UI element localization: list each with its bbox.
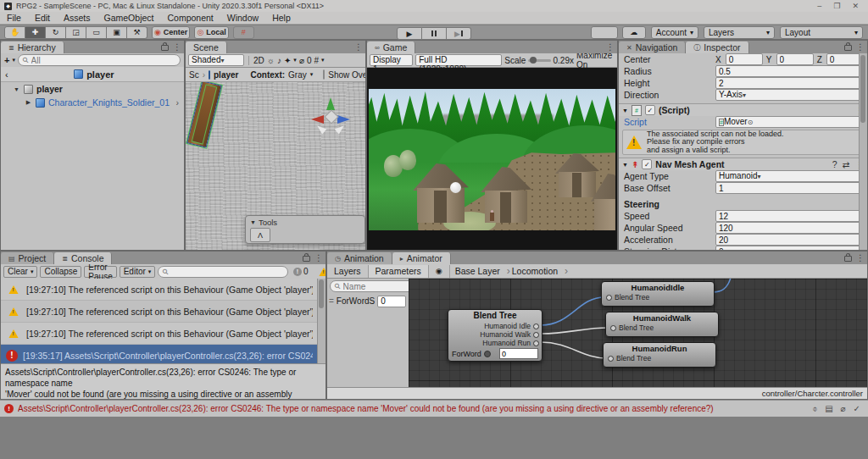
output-port[interactable]	[533, 340, 539, 346]
lock-icon[interactable]	[844, 256, 852, 262]
parameter-row[interactable]: = ForWordS	[327, 294, 409, 308]
center-x-field[interactable]	[726, 53, 763, 65]
scrollbar-thumb[interactable]	[860, 55, 865, 123]
kebab-menu-icon[interactable]: ⋮	[314, 253, 323, 263]
preset-icon[interactable]: ⇄	[843, 159, 850, 169]
tab-console[interactable]: ≣Console	[54, 252, 112, 264]
gizmo-z-axis[interactable]	[337, 115, 350, 124]
maximize-on-play-toggle[interactable]: Maximize On	[576, 51, 615, 69]
shading-mode-dropdown[interactable]: Shaded▾	[188, 54, 244, 66]
center-y-field[interactable]	[776, 53, 814, 65]
scene-light-toggle[interactable]: ☼	[267, 56, 275, 65]
services-button[interactable]	[591, 26, 618, 39]
menu-assets[interactable]: Assets	[57, 13, 97, 23]
menu-window[interactable]: Window	[220, 13, 265, 23]
move-tool-button[interactable]: ✚	[25, 26, 46, 39]
hierarchy-row-player[interactable]: ▼ player	[1, 82, 184, 96]
tab-navigation[interactable]: ✕Navigation	[619, 41, 686, 53]
chevron-down-icon[interactable]: ▾	[12, 57, 15, 64]
layout-dropdown[interactable]: Layout▾	[780, 26, 863, 39]
grid-snap-button[interactable]: #	[233, 26, 254, 39]
clear-button[interactable]: Clear▾	[3, 266, 37, 278]
state-node-humanoid-walk[interactable]: HumanoidWalk Blend Tree	[605, 312, 719, 337]
layers-dropdown[interactable]: Layers▾	[704, 26, 775, 39]
object-picker-icon[interactable]: ⊙	[748, 119, 754, 126]
layers-status-icon[interactable]: ▤	[825, 404, 832, 414]
direction-dropdown[interactable]: Y-Axis▾	[715, 89, 864, 101]
console-search-input[interactable]	[171, 267, 283, 276]
show-overrides-checkbox[interactable]	[323, 69, 325, 80]
menu-edit[interactable]: Edit	[28, 13, 57, 23]
parameters-toggle[interactable]: Parameters	[369, 265, 429, 278]
progress-check-icon[interactable]: ✓	[854, 404, 860, 414]
lock-icon[interactable]	[161, 45, 169, 51]
height-field[interactable]	[715, 77, 864, 89]
tab-hierarchy[interactable]: ≣Hierarchy	[1, 41, 64, 53]
lock-icon[interactable]	[844, 45, 852, 51]
chevron-down-icon[interactable]: ▾	[321, 57, 325, 64]
2d-toggle[interactable]: 2D	[253, 56, 264, 65]
console-message-selected[interactable]: ![19:35:17] Assets\Script\Controller\pla…	[1, 345, 318, 363]
output-port[interactable]	[533, 324, 539, 329]
foldout-open-icon[interactable]: ▼	[622, 108, 628, 113]
cloud-button[interactable]: ☁	[622, 26, 646, 39]
custom-tool-button[interactable]: ⚒	[127, 26, 147, 39]
tab-inspector[interactable]: ⓘInspector	[686, 41, 748, 53]
maximize-button[interactable]: ❐	[833, 2, 840, 10]
gizmo-axis[interactable]	[315, 123, 327, 134]
tab-scene[interactable]: Scene	[186, 41, 227, 53]
input-port[interactable]	[606, 295, 612, 301]
gizmo-center[interactable]	[325, 110, 339, 124]
prefab-open-arrow[interactable]: ›	[176, 97, 180, 108]
menu-component[interactable]: Component	[160, 13, 220, 23]
base-offset-field[interactable]	[715, 182, 864, 194]
kebab-menu-icon[interactable]: ⋮	[856, 253, 865, 263]
chevron-down-icon[interactable]: ▾	[293, 57, 297, 64]
warning-count-toggle[interactable]: 4	[314, 265, 327, 279]
gizmo-axis[interactable]	[335, 123, 347, 134]
transform-tool-button[interactable]: ▣	[107, 26, 127, 39]
close-button[interactable]: ✕	[852, 2, 859, 10]
eye-status-icon[interactable]: ⌀	[841, 404, 846, 414]
scene-visibility-toggle[interactable]: ⌀	[299, 56, 304, 65]
component-enabled-checkbox[interactable]: ✓	[645, 105, 655, 115]
drag-handle-icon[interactable]: =	[329, 296, 334, 306]
eye-icon[interactable]: ◉	[429, 265, 450, 278]
scene-fx-toggle[interactable]: ✦	[284, 56, 291, 65]
kebab-menu-icon[interactable]: ⋮	[354, 42, 363, 52]
prefab-context-item[interactable]: player	[8, 69, 180, 80]
status-error-text[interactable]: Assets\Script\Controller\playerControlle…	[18, 404, 808, 413]
context-dropdown[interactable]: Gray	[288, 70, 307, 80]
input-port[interactable]	[610, 325, 616, 331]
inspector-scrollbar[interactable]	[859, 53, 867, 250]
state-node-humanoid-run[interactable]: HumanoidRun Blend Tree	[603, 342, 716, 368]
space-toggle-button[interactable]: ◎Local	[194, 26, 228, 39]
state-node-humanoid-idle[interactable]: HumanoidIdle Blend Tree	[601, 281, 715, 307]
step-button[interactable]: ▶	[447, 27, 471, 40]
create-button[interactable]: +	[4, 55, 9, 65]
resolution-dropdown[interactable]: Full HD (1920x1080)▾	[415, 54, 502, 66]
menu-help[interactable]: Help	[265, 13, 298, 23]
script-object-field[interactable]: #Mover⊙	[715, 116, 864, 128]
display-dropdown[interactable]: Display 1▾	[370, 54, 413, 66]
menu-gameobject[interactable]: GameObject	[97, 13, 161, 23]
console-message[interactable]: [19:27:10] The referenced script on this…	[1, 279, 318, 301]
scale-slider[interactable]	[528, 59, 550, 62]
breadcrumb-scene-label[interactable]: Sc	[189, 70, 199, 80]
scene-viewport[interactable]: ▼Tools Λ	[186, 82, 365, 251]
agent-type-dropdown[interactable]: Humanoid▾	[715, 170, 864, 182]
notifications-icon[interactable]: ⌽	[812, 404, 817, 414]
scene-orientation-gizmo[interactable]	[311, 97, 350, 136]
angular-speed-field[interactable]	[715, 222, 864, 234]
play-button[interactable]: ▶	[397, 27, 422, 40]
grid-visibility-toggle[interactable]: #	[314, 56, 319, 65]
foldout-closed-icon[interactable]: ▶	[25, 99, 32, 106]
tab-animation[interactable]: ◷Animation	[327, 252, 392, 264]
console-message[interactable]: [19:27:10] The referenced script on this…	[1, 323, 318, 345]
avatar-pivot-tool-button[interactable]: Λ	[250, 228, 270, 242]
rotate-tool-button[interactable]: ↻	[46, 26, 66, 39]
kebab-menu-icon[interactable]: ⋮	[856, 42, 865, 52]
error-pause-button[interactable]: Error Pause	[84, 266, 116, 278]
kebab-menu-icon[interactable]: ⋮	[173, 42, 181, 52]
foldout-open-icon[interactable]: ▼	[13, 86, 20, 92]
